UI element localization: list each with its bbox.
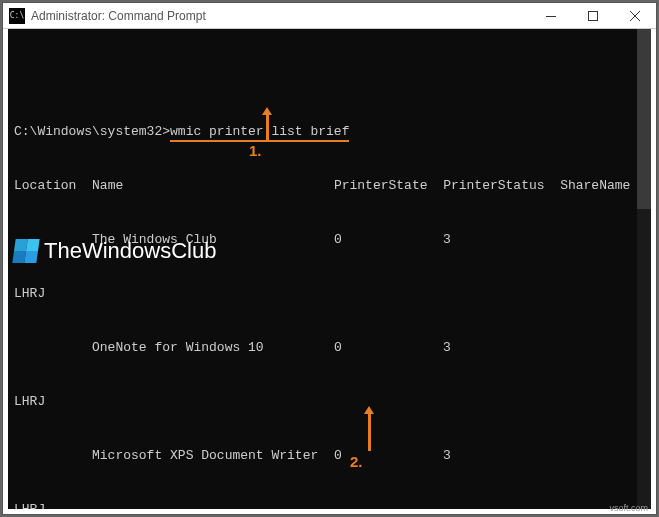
watermark-logo: TheWindowsClub — [14, 239, 216, 263]
window-controls — [530, 3, 656, 28]
image-source-label: vsoft.com — [609, 503, 648, 513]
windows-logo-icon — [12, 239, 39, 263]
table-header-row: Location Name PrinterState PrinterStatus… — [8, 177, 651, 195]
table-row: Microsoft XPS Document Writer 0 3 DESKTO… — [8, 447, 651, 465]
annotation-arrow-2 — [368, 413, 371, 451]
prompt-text: C:\Windows\system32> — [14, 124, 170, 139]
svg-rect-1 — [589, 12, 598, 21]
command-prompt-window: C:\ Administrator: Command Prompt C:\Win… — [2, 2, 657, 515]
table-row: LHRJ — [8, 285, 651, 303]
window-title: Administrator: Command Prompt — [31, 9, 530, 23]
annotation-label-2: 2. — [350, 453, 363, 471]
minimize-button[interactable] — [530, 3, 572, 29]
scrollbar-thumb[interactable] — [637, 29, 651, 209]
table-row: LHRJ — [8, 501, 651, 514]
close-button[interactable] — [614, 3, 656, 29]
annotation-label-1: 1. — [249, 142, 262, 160]
command-line-1: C:\Windows\system32>wmic printer list br… — [8, 123, 651, 141]
watermark-text: TheWindowsClub — [44, 242, 216, 260]
maximize-button[interactable] — [572, 3, 614, 29]
table-row: LHRJ — [8, 393, 651, 411]
terminal-body[interactable]: C:\Windows\system32>wmic printer list br… — [3, 29, 656, 514]
table-row: OneNote for Windows 10 0 3 DESKTOP-AC7 — [8, 339, 651, 357]
command-1: wmic printer list brief — [170, 124, 349, 142]
annotation-arrow-1 — [266, 114, 269, 142]
titlebar[interactable]: C:\ Administrator: Command Prompt — [3, 3, 656, 29]
cmd-icon: C:\ — [9, 8, 25, 24]
scrollbar[interactable] — [637, 29, 651, 509]
